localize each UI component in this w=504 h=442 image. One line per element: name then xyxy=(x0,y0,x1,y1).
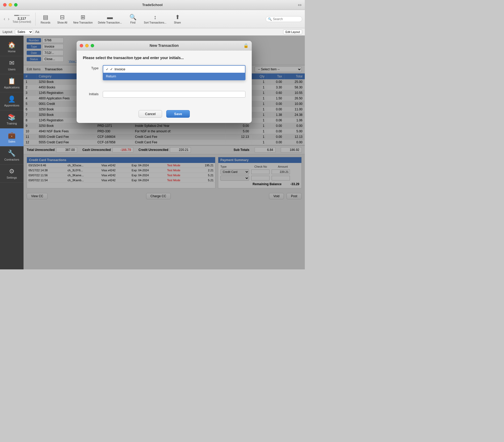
contractors-icon: 🔧 xyxy=(8,150,16,157)
apprentices-icon: 👤 xyxy=(8,95,16,103)
settings-icon: ⚙ xyxy=(9,168,15,175)
sidebar-label-applications: Applications xyxy=(4,86,19,89)
minimize-button[interactable] xyxy=(9,3,12,7)
modal-min-button[interactable] xyxy=(85,44,89,47)
new-transaction-icon: ⊞ xyxy=(81,14,85,21)
records-icon: ▤ xyxy=(43,14,48,21)
search-icon: 🔍 xyxy=(268,17,272,21)
back-button[interactable]: ‹ xyxy=(3,15,6,23)
modal-type-label: Type xyxy=(83,65,99,70)
lock-icon: 🔒 xyxy=(243,43,249,48)
app-title: TradeSchool xyxy=(142,3,163,7)
dropdown-item-invoice[interactable]: ✓ Invoice xyxy=(103,66,245,73)
record-count: 2,117 xyxy=(18,16,26,20)
sidebar-label-settings: Settings xyxy=(7,176,17,179)
edit-layout-button[interactable]: Edit Layout xyxy=(283,30,302,34)
maximize-button[interactable] xyxy=(14,3,18,7)
sidebar-label-home: Home xyxy=(8,50,15,53)
sidebar-item-contractors[interactable]: 🔧 Contractors xyxy=(0,146,24,165)
users-icon: ✉ xyxy=(9,59,14,67)
modal-type-row: Type ✓ Invoice Return xyxy=(83,65,245,70)
layout-bar: Layout: Sales Invoice Report Aa Edit Lay… xyxy=(0,28,305,36)
modal-initials-label: Initials xyxy=(83,91,99,96)
show-all-icon: ⊟ xyxy=(60,14,65,21)
toolbar-item-share[interactable]: ⬆ Share xyxy=(170,13,185,25)
sort-label: Sort Transactions... xyxy=(144,21,166,24)
sidebar-item-users[interactable]: ✉ Users xyxy=(0,56,24,74)
modal-save-button[interactable]: Save xyxy=(166,110,190,118)
sidebar-item-settings[interactable]: ⚙ Settings xyxy=(0,165,24,183)
modal-body: Please select the transaciton type and e… xyxy=(77,50,252,106)
sidebar-item-apprentices[interactable]: 👤 Apprentices xyxy=(0,92,24,110)
modal-footer: Cancel Save xyxy=(77,106,252,123)
sales-icon: 💼 xyxy=(8,132,16,139)
find-label: Find xyxy=(130,21,135,24)
sidebar-label-apprentices: Apprentices xyxy=(4,104,19,107)
modal-type-dropdown[interactable]: ✓ Invoice Return xyxy=(103,65,245,80)
share-label: Share xyxy=(174,21,181,24)
sidebar-item-applications[interactable]: 📋 Applications xyxy=(0,74,24,92)
sort-icon: ↕ xyxy=(154,14,157,21)
modal-instruction: Please select the transaciton type and e… xyxy=(83,56,245,60)
close-button[interactable] xyxy=(3,3,7,7)
modal-max-button[interactable] xyxy=(91,44,94,47)
forward-button[interactable]: › xyxy=(7,15,10,23)
modal-title: New Transaction xyxy=(150,43,179,48)
window-controls[interactable] xyxy=(3,3,18,7)
sidebar: 🏠 Home ✉ Users 📋 Applications 👤 Apprenti… xyxy=(0,36,24,269)
applications-icon: 📋 xyxy=(8,77,16,85)
modal-initials-input[interactable] xyxy=(103,91,245,98)
search-input[interactable] xyxy=(273,17,300,21)
return-label: Return xyxy=(106,74,116,78)
content-area: Number 5766 Type Invoice Date 7/12/... S… xyxy=(24,36,305,269)
record-slider[interactable] xyxy=(14,15,30,16)
resize-icon: ⇔ xyxy=(298,2,302,8)
main-content: 🏠 Home ✉ Users 📋 Applications 👤 Apprenti… xyxy=(0,36,305,269)
toolbar-item-sort[interactable]: ↕ Sort Transactions... xyxy=(142,13,168,25)
toolbar-item-new-transaction[interactable]: ⊞ New Transaction xyxy=(71,13,95,25)
find-icon: 🔍 xyxy=(129,14,136,21)
toolbar-item-find[interactable]: 🔍 Find xyxy=(125,13,141,25)
sidebar-label-users: Users xyxy=(8,68,16,71)
modal-cancel-button[interactable]: Cancel xyxy=(139,110,162,118)
invoice-check: ✓ xyxy=(110,67,113,71)
new-transaction-label: New Transaction xyxy=(73,21,93,24)
modal-dialog: New Transaction 🔒 Please select the tran… xyxy=(77,41,252,123)
toolbar: ‹ › 2,117 Total (Unsorted) ▤ Records ⊟ S… xyxy=(0,10,305,28)
training-icon: 📚 xyxy=(8,114,16,121)
sidebar-item-training[interactable]: 📚 Training xyxy=(0,110,24,128)
toolbar-item-delete-transaction[interactable]: ▬ Delete Transaction... xyxy=(96,13,124,25)
sidebar-label-contractors: Contractors xyxy=(4,158,19,161)
toolbar-item-records[interactable]: ▤ Records xyxy=(38,13,53,25)
modal-titlebar: New Transaction 🔒 xyxy=(77,41,252,50)
record-sub: Total (Unsorted) xyxy=(13,20,31,23)
sidebar-item-home[interactable]: 🏠 Home xyxy=(0,38,24,56)
delete-transaction-icon: ▬ xyxy=(107,14,113,21)
search-box[interactable]: 🔍 xyxy=(266,16,302,22)
font-icon: Aa xyxy=(35,30,39,34)
sidebar-item-sales[interactable]: 💼 Sales xyxy=(0,128,24,146)
modal-initials-row: Initials xyxy=(83,91,245,98)
modal-close-button[interactable] xyxy=(80,44,83,47)
nav-buttons: ‹ › xyxy=(3,15,10,23)
share-icon: ⬆ xyxy=(175,14,180,21)
home-icon: 🏠 xyxy=(8,41,16,49)
toolbar-divider xyxy=(35,13,36,26)
sidebar-label-training: Training xyxy=(7,122,17,125)
invoice-label: Invoice xyxy=(114,67,125,71)
sidebar-label-sales: Sales xyxy=(8,140,15,143)
modal-window-controls[interactable] xyxy=(80,44,94,47)
records-label: Records xyxy=(41,21,50,24)
show-all-label: Show All xyxy=(57,21,67,24)
title-bar: TradeSchool ⇔ xyxy=(0,0,305,10)
delete-transaction-label: Delete Transaction... xyxy=(98,21,122,24)
modal-overlay: New Transaction 🔒 Please select the tran… xyxy=(24,36,305,269)
toolbar-item-show-all[interactable]: ⊟ Show All xyxy=(54,13,70,25)
dropdown-item-return[interactable]: Return xyxy=(103,73,245,80)
layout-label: Layout: xyxy=(3,30,13,34)
layout-select[interactable]: Sales Invoice Report xyxy=(15,29,33,35)
